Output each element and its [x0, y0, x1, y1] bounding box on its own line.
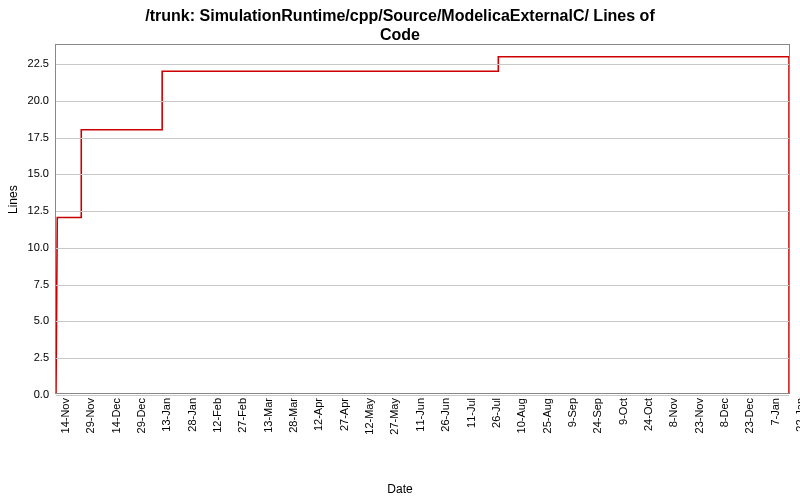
x-tick-label: 9-Oct — [617, 398, 629, 425]
y-tick-label: 17.5 — [1, 131, 49, 143]
x-tick-label: 13-Mar — [262, 398, 274, 433]
x-tick-label: 23-Nov — [693, 398, 705, 433]
gridline-h — [56, 101, 789, 102]
title-line-2: Code — [380, 26, 420, 43]
plot-wrap: Lines 0.02.55.07.510.012.515.017.520.022… — [0, 44, 800, 500]
x-tick-label: 12-May — [363, 398, 375, 435]
y-tick-label: 15.0 — [1, 167, 49, 179]
y-tick-label: 7.5 — [1, 278, 49, 290]
x-tick-label: 11-Jul — [465, 398, 477, 428]
x-tick-label: 14-Nov — [59, 398, 71, 433]
y-tick-label: 20.0 — [1, 94, 49, 106]
x-tick-label: 7-Jan — [769, 398, 781, 426]
chart-title: /trunk: SimulationRuntime/cpp/Source/Mod… — [0, 0, 800, 46]
x-tick-label: 25-Aug — [541, 398, 553, 433]
x-tick-label: 28-Jan — [186, 398, 198, 432]
x-tick-label: 8-Nov — [667, 398, 679, 427]
y-tick-label: 2.5 — [1, 351, 49, 363]
x-tick-label: 10-Aug — [515, 398, 527, 433]
y-tick-label: 10.0 — [1, 241, 49, 253]
x-tick-label: 23-Dec — [743, 398, 755, 433]
y-tick-label: 0.0 — [1, 388, 49, 400]
x-tick-label: 26-Jun — [439, 398, 451, 432]
gridline-h — [56, 321, 789, 322]
x-tick-label: 24-Oct — [642, 398, 654, 431]
x-tick-label: 27-Feb — [236, 398, 248, 433]
x-tick-label: 29-Nov — [84, 398, 96, 433]
x-tick-label: 29-Dec — [135, 398, 147, 433]
y-tick-label: 22.5 — [1, 57, 49, 69]
x-tick-label: 27-Apr — [338, 398, 350, 431]
plot-area — [55, 44, 790, 394]
title-line-1: /trunk: SimulationRuntime/cpp/Source/Mod… — [145, 7, 654, 24]
x-tick-label: 14-Dec — [110, 398, 122, 433]
gridline-h — [56, 138, 789, 139]
x-tick-label: 12-Feb — [211, 398, 223, 433]
y-tick-label: 5.0 — [1, 314, 49, 326]
gridline-h — [56, 358, 789, 359]
x-axis-label: Date — [0, 482, 800, 496]
y-tick-label: 12.5 — [1, 204, 49, 216]
x-tick-label: 8-Dec — [718, 398, 730, 427]
x-tick-label: 13-Jan — [160, 398, 172, 432]
y-axis-ticks: 0.02.55.07.510.012.515.017.520.022.5 — [0, 44, 52, 394]
line-series — [56, 45, 789, 393]
gridline-h — [56, 285, 789, 286]
x-tick-label: 9-Sep — [566, 398, 578, 427]
x-tick-label: 22-Jan — [794, 398, 800, 432]
x-tick-label: 11-Jun — [414, 398, 426, 432]
gridline-h — [56, 174, 789, 175]
x-tick-label: 27-May — [388, 398, 400, 435]
series-line — [56, 57, 789, 393]
gridline-h — [56, 64, 789, 65]
chart-container: /trunk: SimulationRuntime/cpp/Source/Mod… — [0, 0, 800, 500]
gridline-h — [56, 211, 789, 212]
x-tick-label: 28-Mar — [287, 398, 299, 433]
x-axis-ticks: 14-Nov29-Nov14-Dec29-Dec13-Jan28-Jan12-F… — [55, 394, 790, 484]
gridline-h — [56, 248, 789, 249]
x-tick-label: 26-Jul — [490, 398, 502, 428]
x-tick-label: 12-Apr — [312, 398, 324, 431]
x-tick-label: 24-Sep — [591, 398, 603, 433]
